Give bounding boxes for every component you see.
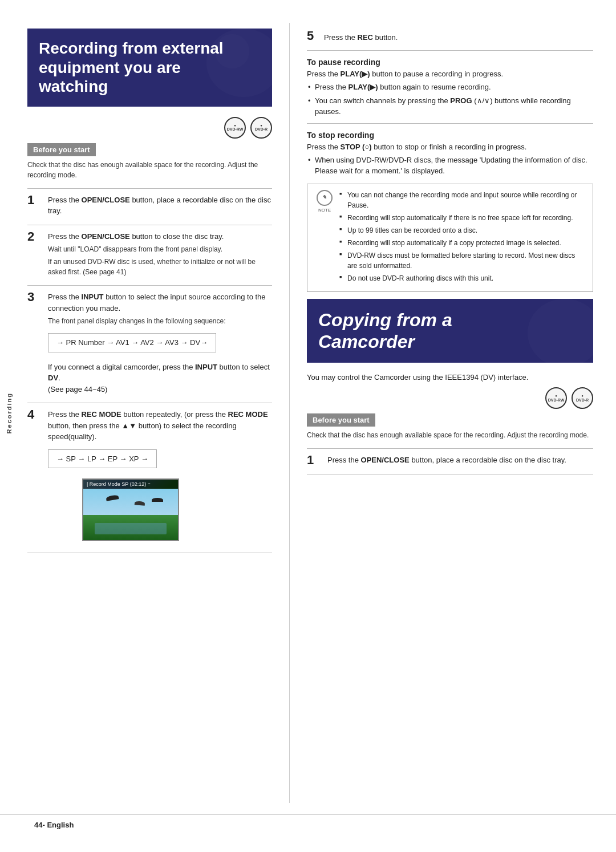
copying-before-start-label: Before you start: [307, 413, 375, 427]
disc-icons-left: ● DVD-RW ● DVD-R: [27, 117, 272, 139]
note-item-1: You can not change the recording mode an…: [339, 190, 585, 210]
copying-title: Copying from a Camcorder: [318, 309, 582, 353]
dvdrw-icon: ● DVD-RW: [224, 117, 246, 139]
step-5-text: Press the REC button.: [324, 33, 398, 42]
note-item-6: Do not use DVD-R authoring discs with th…: [339, 273, 585, 283]
pause-bullet-2: You can switch channels by pressing the …: [307, 95, 593, 117]
note-item-2: Recording will stop automatically if the…: [339, 213, 585, 223]
copying-step-1-number: 1: [307, 453, 323, 467]
page-container: Recording Recording from external equipm…: [0, 0, 616, 852]
step-3: 3 Press the INPUT button to select the i…: [27, 291, 272, 397]
step-1-number: 1: [27, 193, 43, 207]
stop-bullet-1: When using DVD-RW/DVD-R discs, the messa…: [307, 155, 593, 177]
stop-text: Press the STOP (○) button to stop or fin…: [307, 143, 593, 151]
section-title: Recording from external equipment you ar…: [39, 39, 261, 96]
note-item-3: Up to 99 titles can be recorded onto a d…: [339, 225, 585, 236]
section-header: Recording from external equipment you ar…: [27, 29, 272, 107]
copying-section-header: Copying from a Camcorder: [307, 299, 593, 363]
copying-dvdrw-icon: ● DVD-RW: [545, 387, 567, 409]
sequence-box-sp: → SP → LP → EP → XP →: [48, 449, 157, 469]
step-3-number: 3: [27, 290, 43, 304]
pause-text: Press the PLAY(▶) button to pause a reco…: [307, 70, 593, 78]
step-4-content: Press the REC MODE button repeatedly, (o…: [48, 409, 272, 547]
step-5-number: 5: [307, 29, 319, 43]
note-content: You can not change the recording mode an…: [339, 190, 585, 286]
side-label: Recording: [0, 23, 16, 803]
note-box: ✎ NOTE You can not change the recording …: [307, 184, 593, 292]
page-footer: 44- English: [0, 814, 616, 829]
copying-before-start-text: Check that the disc has enough available…: [307, 430, 593, 440]
note-icon: ✎ NOTE: [315, 190, 334, 286]
stop-heading: To stop recording: [307, 131, 593, 140]
before-start-text: Check that the disc has enough available…: [27, 160, 272, 180]
step-2: 2 Press the OPEN/CLOSE button to close t…: [27, 231, 272, 280]
screen-thumbnail: | Record Mode SP (02:12) ÷: [82, 478, 179, 541]
copying-step-1-content: Press the OPEN/CLOSE button, place a rec…: [327, 455, 593, 468]
pause-bullet-1: Press the PLAY(▶) button again to resume…: [307, 82, 593, 93]
step-2-number: 2: [27, 230, 43, 244]
left-column: Recording from external equipment you ar…: [16, 23, 290, 803]
step-3-content: Press the INPUT button to select the inp…: [48, 291, 272, 397]
copying-dvdr-icon: ● DVD-R: [572, 387, 593, 409]
copying-intro: You may control the Camcorder using the …: [307, 373, 593, 382]
before-start-label: Before you start: [27, 143, 96, 156]
step-1-content: Press the OPEN/CLOSE button, place a rec…: [48, 194, 272, 219]
note-item-4: Recording will stop automatically if a c…: [339, 238, 585, 248]
step-4: 4 Press the REC MODE button repeatedly, …: [27, 409, 272, 547]
step-4-number: 4: [27, 408, 43, 421]
step-1: 1 Press the OPEN/CLOSE button, place a r…: [27, 194, 272, 219]
step-5: 5 Press the REC button.: [307, 29, 593, 43]
step-2-content: Press the OPEN/CLOSE button to close the…: [48, 231, 272, 280]
right-column: 5 Press the REC button. To pause recordi…: [290, 23, 616, 803]
pause-heading: To pause recording: [307, 58, 593, 67]
footer-text: 44- English: [34, 821, 74, 829]
screen-bar: | Record Mode SP (02:12) ÷: [83, 480, 178, 489]
note-item-5: DVD-RW discs must be formatted before st…: [339, 250, 585, 271]
disc-icons-right: ● DVD-RW ● DVD-R: [307, 387, 593, 409]
sequence-box-av: → PR Number → AV1 → AV2 → AV3 → DV→: [48, 333, 216, 352]
dvdr-icon: ● DVD-R: [250, 117, 272, 139]
copying-step-1: 1 Press the OPEN/CLOSE button, place a r…: [307, 455, 593, 468]
